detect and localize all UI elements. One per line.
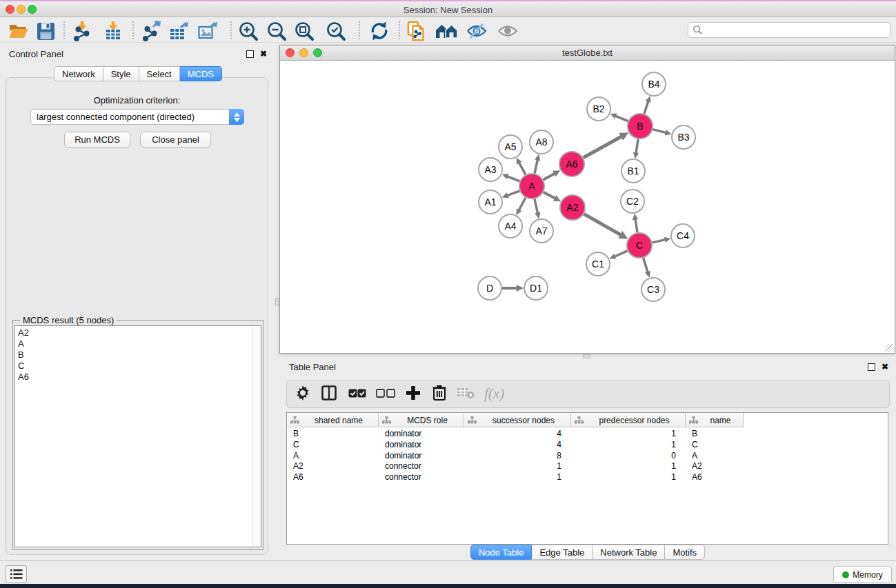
table-cell[interactable]: 8 xyxy=(464,451,561,460)
tab-mcds[interactable]: MCDS xyxy=(180,66,222,81)
add-column-icon[interactable] xyxy=(406,385,421,403)
network-window-titlebar[interactable]: testGlobe.txt xyxy=(280,45,895,61)
zoom-selected-icon[interactable] xyxy=(324,21,348,41)
resize-grip-icon[interactable] xyxy=(886,344,894,352)
table-cell[interactable]: A6 xyxy=(293,472,379,482)
run-mcds-button[interactable]: Run MCDS xyxy=(64,132,130,148)
table-cell[interactable]: A2 xyxy=(692,461,744,471)
home-layout-icon[interactable] xyxy=(435,21,459,41)
graph-edge-A-A1[interactable] xyxy=(506,191,519,196)
graph-edge-A2-C[interactable] xyxy=(584,214,622,235)
hide-annotations-icon[interactable] xyxy=(465,21,488,41)
graph-edge-A-A4[interactable] xyxy=(519,198,526,211)
save-session-icon[interactable] xyxy=(34,21,57,41)
zoom-fit-icon[interactable] xyxy=(292,21,316,41)
select-all-icon[interactable] xyxy=(348,388,366,401)
table-cell[interactable]: dominator xyxy=(385,429,464,438)
graph-edge-A-A6[interactable] xyxy=(544,173,556,180)
tab-network[interactable]: Network xyxy=(54,66,103,81)
graph-edge-B-B4[interactable] xyxy=(644,101,648,114)
close-panel-button[interactable]: Close panel xyxy=(140,132,211,148)
float-panel-icon[interactable] xyxy=(246,50,254,58)
graph-edge-C-C4[interactable] xyxy=(653,239,666,242)
app-titlebar[interactable]: Session: New Session xyxy=(0,1,896,17)
zoom-in-icon[interactable] xyxy=(237,21,260,41)
graph-edge-B-B1[interactable] xyxy=(636,139,638,154)
table-tab-motifs[interactable]: Motifs xyxy=(665,545,705,560)
graph-edge-C-C2[interactable] xyxy=(635,219,637,233)
column-header-successor-nodes[interactable]: successor nodes xyxy=(464,413,571,427)
table-cell[interactable]: C xyxy=(293,440,379,449)
splitpane-handle-horizontal[interactable] xyxy=(583,354,590,358)
export-network-icon[interactable] xyxy=(140,21,163,41)
result-list-scrollbar[interactable] xyxy=(252,326,261,547)
table-cell[interactable]: 1 xyxy=(571,461,676,471)
table-cell[interactable]: B xyxy=(293,429,379,438)
graph-edge-A-A7[interactable] xyxy=(535,199,538,214)
export-table-icon[interactable] xyxy=(168,21,191,41)
column-visibility-icon[interactable] xyxy=(321,385,337,403)
graph-edge-A-A8[interactable] xyxy=(535,159,538,173)
table-cell[interactable]: 1 xyxy=(464,461,561,471)
import-table-icon[interactable] xyxy=(102,21,126,41)
function-builder-icon[interactable]: f(x) xyxy=(484,385,504,403)
show-view-icon[interactable] xyxy=(496,21,519,41)
deselect-all-icon[interactable] xyxy=(376,388,395,401)
close-panel-icon[interactable]: ✖ xyxy=(260,50,267,58)
table-cell[interactable]: 4 xyxy=(464,429,561,438)
network-graph-canvas[interactable]: B4B2BB3A5A8A6A3B1AC2A1A2A4A7C4CC1C3DD1 xyxy=(280,61,895,353)
graph-edge-B-B3[interactable] xyxy=(653,130,666,133)
table-cell[interactable]: 1 xyxy=(464,472,561,482)
table-tab-network-table[interactable]: Network Table xyxy=(593,545,665,560)
delete-table-icon[interactable] xyxy=(457,387,475,402)
graph-edge-B-B2[interactable] xyxy=(615,116,628,121)
table-cell[interactable]: A xyxy=(692,451,744,460)
graph-edge-C-C1[interactable] xyxy=(614,251,628,257)
table-cell[interactable]: 1 xyxy=(571,472,676,482)
table-cell[interactable]: A2 xyxy=(293,461,379,471)
column-header-predecessor-nodes[interactable]: predecessor nodes xyxy=(571,413,686,427)
table-close-panel-icon[interactable]: ✖ xyxy=(882,363,888,371)
graph-edge-A-A5[interactable] xyxy=(519,162,526,174)
open-file-icon[interactable] xyxy=(7,21,30,41)
table-cell[interactable]: 4 xyxy=(464,440,561,449)
table-cell[interactable]: B xyxy=(692,429,744,438)
task-history-button[interactable] xyxy=(6,565,27,583)
table-cell[interactable]: 1 xyxy=(571,429,676,438)
graph-edge-A-A3[interactable] xyxy=(506,176,519,181)
clone-network-icon[interactable] xyxy=(405,21,428,41)
zoom-out-icon[interactable] xyxy=(265,21,288,41)
export-image-icon[interactable] xyxy=(197,21,220,41)
table-cell[interactable]: A6 xyxy=(692,472,744,482)
column-header-name[interactable]: name xyxy=(686,413,744,427)
table-cell[interactable]: dominator xyxy=(385,451,464,460)
delete-column-icon[interactable] xyxy=(432,385,446,403)
table-cell[interactable]: dominator xyxy=(385,440,464,449)
table-cell[interactable]: connector xyxy=(385,461,464,471)
graph-edge-C-C3[interactable] xyxy=(644,258,648,273)
result-list-item[interactable]: A2 xyxy=(15,327,261,338)
table-cell[interactable]: A xyxy=(293,451,379,460)
tab-style[interactable]: Style xyxy=(103,66,139,81)
optimization-criterion-select[interactable]: largest connected component (directed) xyxy=(30,109,244,125)
table-cell[interactable]: 1 xyxy=(571,440,676,449)
import-network-icon[interactable] xyxy=(71,21,94,41)
graph-edge-A6-B[interactable] xyxy=(584,136,622,157)
mcds-result-list[interactable]: A2ABCA6 xyxy=(14,325,261,547)
table-cell[interactable]: connector xyxy=(385,472,464,482)
table-tab-node-table[interactable]: Node Table xyxy=(470,545,532,560)
table-settings-icon[interactable] xyxy=(295,385,310,403)
result-list-item[interactable]: B xyxy=(15,349,261,361)
search-input[interactable] xyxy=(688,22,890,38)
table-float-panel-icon[interactable] xyxy=(868,363,875,371)
table-cell[interactable]: 0 xyxy=(571,451,676,460)
column-header-shared-name[interactable]: shared name xyxy=(287,413,379,427)
result-list-item[interactable]: C xyxy=(15,361,261,372)
result-list-item[interactable]: A xyxy=(15,338,261,349)
column-header-MCDS-role[interactable]: MCDS role xyxy=(379,413,464,427)
refresh-icon[interactable] xyxy=(368,21,391,41)
table-tab-edge-table[interactable]: Edge Table xyxy=(532,545,593,560)
graph-edge-A-A2[interactable] xyxy=(544,192,556,199)
table-cell[interactable]: C xyxy=(692,440,744,449)
memory-button[interactable]: Memory xyxy=(833,566,892,583)
